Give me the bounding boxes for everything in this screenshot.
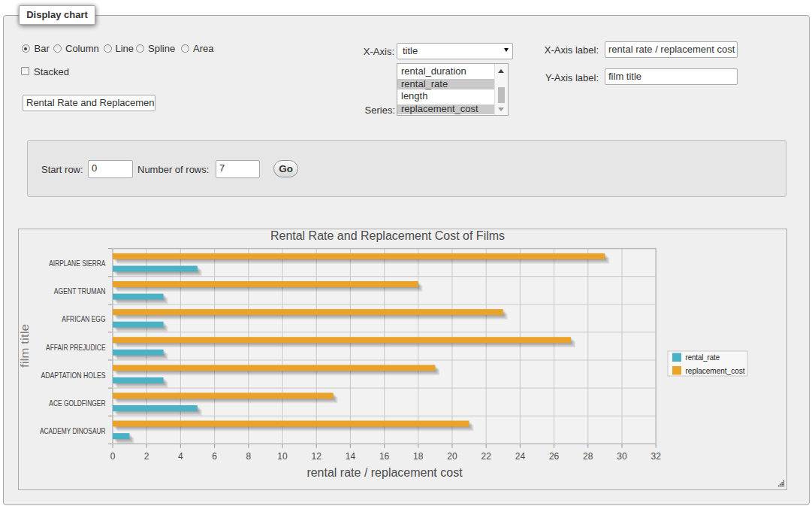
svg-text:ADAPTATION HOLES: ADAPTATION HOLES	[41, 371, 105, 380]
svg-text:AIRPLANE SIERRA: AIRPLANE SIERRA	[49, 259, 105, 268]
svg-text:30: 30	[617, 451, 627, 462]
svg-text:ACADEMY DINOSAUR: ACADEMY DINOSAUR	[40, 426, 106, 435]
svg-text:AFRICAN EGG: AFRICAN EGG	[62, 314, 105, 323]
svg-text:24: 24	[515, 451, 526, 462]
svg-text:26: 26	[549, 451, 560, 462]
svg-text:22: 22	[481, 451, 492, 462]
svg-text:ACE GOLDFINGER: ACE GOLDFINGER	[49, 398, 106, 407]
svg-text:AGENT TRUMAN: AGENT TRUMAN	[54, 286, 106, 295]
svg-text:0: 0	[110, 451, 116, 462]
svg-text:20: 20	[447, 451, 457, 462]
svg-text:rental rate / replacement cost: rental rate / replacement cost	[306, 466, 463, 479]
svg-text:28: 28	[583, 451, 593, 462]
svg-text:2: 2	[144, 451, 149, 462]
svg-text:18: 18	[413, 451, 424, 462]
svg-text:AFFAIR PREJUDICE: AFFAIR PREJUDICE	[46, 343, 105, 352]
svg-text:10: 10	[277, 451, 288, 462]
svg-text:16: 16	[379, 451, 390, 462]
svg-text:Rental Rate and Replacement Co: Rental Rate and Replacement Cost of Film…	[270, 229, 505, 242]
svg-text:rental_rate: rental_rate	[686, 353, 720, 362]
svg-text:12: 12	[312, 451, 322, 462]
svg-text:8: 8	[246, 451, 251, 462]
svg-text:4: 4	[178, 451, 183, 462]
svg-text:6: 6	[212, 451, 217, 462]
svg-text:32: 32	[651, 451, 662, 462]
svg-text:14: 14	[346, 451, 356, 462]
svg-text:replacement_cost: replacement_cost	[686, 366, 745, 375]
svg-text:film title: film title	[18, 324, 31, 368]
